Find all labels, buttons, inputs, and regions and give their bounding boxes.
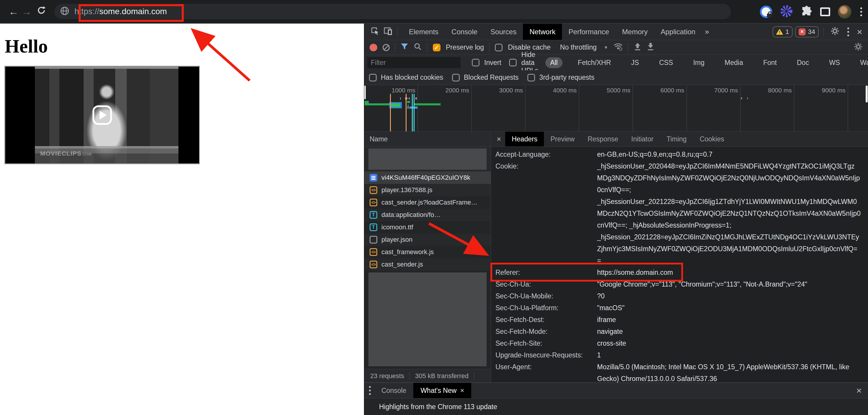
filter-type-ws[interactable]: WS (824, 57, 845, 68)
scrollbar-thumb[interactable] (866, 85, 868, 102)
inspect-element-icon[interactable] (370, 26, 380, 37)
other-file-icon (370, 236, 377, 243)
devtools-close-icon[interactable]: × (857, 27, 862, 37)
clear-icon[interactable] (382, 44, 390, 51)
header-key: User-Agent: (495, 361, 597, 385)
waterfall-bar (415, 97, 417, 100)
settings-gear-icon[interactable] (830, 26, 840, 37)
script-file-icon: <> (370, 186, 377, 194)
tab-network[interactable]: Network (523, 24, 562, 40)
request-row[interactable]: vi4KSuM46fF40pEGX2uIOY8k (364, 172, 491, 184)
reload-icon[interactable] (35, 5, 48, 18)
header-value-line: ZjhmYjc3MSIsImNyZWF0ZWQiOjE2ODU3MjA1MDM0… (597, 243, 861, 255)
drawer-close-icon[interactable]: × (856, 386, 862, 395)
error-badge[interactable]: × 34 (795, 26, 819, 37)
detail-close-icon[interactable]: × (491, 135, 505, 144)
font-file-icon: T (370, 223, 377, 231)
preserve-log-checkbox[interactable]: ✓ (433, 44, 440, 51)
more-tabs-icon[interactable]: » (705, 27, 709, 36)
filter-type-wasm[interactable]: Wasm (855, 57, 868, 68)
record-icon[interactable] (370, 44, 377, 51)
request-row[interactable]: player.json (364, 234, 491, 246)
export-har-icon[interactable] (647, 42, 654, 53)
filter-type-fetchxhr[interactable]: Fetch/XHR (573, 57, 616, 68)
throttling-select[interactable]: No throttling (560, 43, 597, 51)
option-blocked-requests[interactable]: Blocked Requests (452, 73, 519, 81)
drawer-tab-label: What's New (421, 387, 457, 394)
profile-avatar[interactable] (838, 5, 851, 19)
search-icon[interactable] (414, 42, 422, 53)
waterfall-bar (391, 103, 400, 107)
whats-new-headline[interactable]: Highlights from the Chrome 113 update (379, 403, 497, 411)
tab-console[interactable]: Console (445, 24, 484, 40)
detail-tab-cookies[interactable]: Cookies (693, 132, 731, 146)
checkbox-icon[interactable] (369, 74, 377, 81)
side-panel-icon[interactable] (820, 7, 830, 16)
doc-file-icon (370, 174, 377, 181)
browser-menu-icon[interactable] (859, 6, 863, 18)
tab-performance[interactable]: Performance (562, 24, 615, 40)
video-player[interactable]: MOVIECLIPS.COM (4, 66, 200, 164)
filter-type-js[interactable]: JS (626, 57, 644, 68)
request-row[interactable]: <>cast_sender.js?loadCastFrame… (364, 196, 491, 209)
name-column-header[interactable]: Name (364, 132, 491, 147)
network-settings-gear-icon[interactable] (854, 42, 863, 53)
request-row[interactable]: Ticomoon.ttf (364, 221, 491, 234)
request-row[interactable]: <>cast_sender.js (364, 258, 491, 271)
checkbox-icon[interactable] (527, 74, 535, 81)
script-file-icon: <> (370, 261, 377, 268)
throttling-caret-icon[interactable]: ▼ (604, 45, 608, 50)
filter-type-media[interactable]: Media (720, 57, 748, 68)
filter-input[interactable] (367, 57, 461, 68)
hide-data-urls-checkbox[interactable] (509, 59, 517, 66)
network-overview[interactable]: 1000 ms2000 ms3000 ms4000 ms5000 ms6000 … (364, 85, 868, 132)
back-icon[interactable]: ← (7, 6, 20, 18)
device-toolbar-icon[interactable] (383, 26, 393, 37)
warning-badge[interactable]: ! 1 (773, 26, 793, 37)
network-conditions-icon[interactable] (613, 42, 623, 53)
header-value: "macOS" (597, 302, 625, 314)
detail-tab-timing[interactable]: Timing (660, 132, 693, 146)
header-value: Mozilla/5.0 (Macintosh; Intel Mac OS X 1… (597, 361, 849, 385)
request-placeholder (364, 147, 491, 172)
starburst-extension-icon[interactable] (780, 5, 793, 19)
tab-sources[interactable]: Sources (484, 24, 523, 40)
import-har-icon[interactable] (634, 42, 642, 53)
play-button-icon[interactable] (92, 105, 112, 125)
waterfall-bar (407, 107, 409, 109)
option-has-blocked-cookies[interactable]: Has blocked cookies (369, 73, 443, 81)
devtools-menu-icon[interactable] (846, 26, 850, 37)
filter-type-font[interactable]: Font (758, 57, 781, 68)
extensions-puzzle-icon[interactable] (801, 5, 812, 18)
drawer-menu-icon[interactable] (368, 385, 372, 396)
tab-application[interactable]: Application (654, 24, 702, 40)
detail-tab-preview[interactable]: Preview (544, 132, 581, 146)
scrollbar-thumb[interactable] (364, 85, 366, 99)
tab-close-icon[interactable]: × (460, 386, 464, 394)
header-value-line: MDczN2Q1YTcwOSIsImNyZWF0ZWQiOjE2NzQ1NTQz… (597, 207, 861, 219)
request-row[interactable]: Tdata:application/fo… (364, 209, 491, 221)
checkbox-icon[interactable] (452, 74, 460, 81)
disable-cache-checkbox[interactable] (495, 44, 502, 51)
password-extension-icon[interactable] (760, 6, 772, 18)
detail-tab-response[interactable]: Response (581, 132, 625, 146)
tab-elements[interactable]: Elements (402, 24, 445, 40)
filter-type-img[interactable]: Img (688, 57, 709, 68)
tab-memory[interactable]: Memory (616, 24, 654, 40)
forward-icon[interactable]: → (20, 6, 33, 18)
drawer-tab-console[interactable]: Console (374, 383, 413, 398)
filter-type-all[interactable]: All (546, 57, 562, 68)
drawer-tabbar: ConsoleWhat's New× × (364, 383, 868, 399)
detail-tab-initiator[interactable]: Initiator (625, 132, 660, 146)
detail-tab-headers[interactable]: Headers (505, 132, 544, 146)
request-row[interactable]: <>player.1367588.js (364, 184, 491, 196)
option-3rd-party-requests[interactable]: 3rd-party requests (527, 73, 594, 81)
filter-funnel-icon[interactable] (401, 43, 408, 52)
drawer-tab-what-s-new[interactable]: What's New× (413, 383, 471, 398)
invert-checkbox[interactable] (472, 59, 479, 66)
filter-type-doc[interactable]: Doc (792, 57, 814, 68)
web-page: Hello MOVIECLIPS.COM (0, 24, 364, 415)
request-row[interactable]: <>cast_framework.js (364, 246, 491, 258)
filter-type-css[interactable]: CSS (654, 57, 678, 68)
placeholder-bar (368, 272, 487, 366)
